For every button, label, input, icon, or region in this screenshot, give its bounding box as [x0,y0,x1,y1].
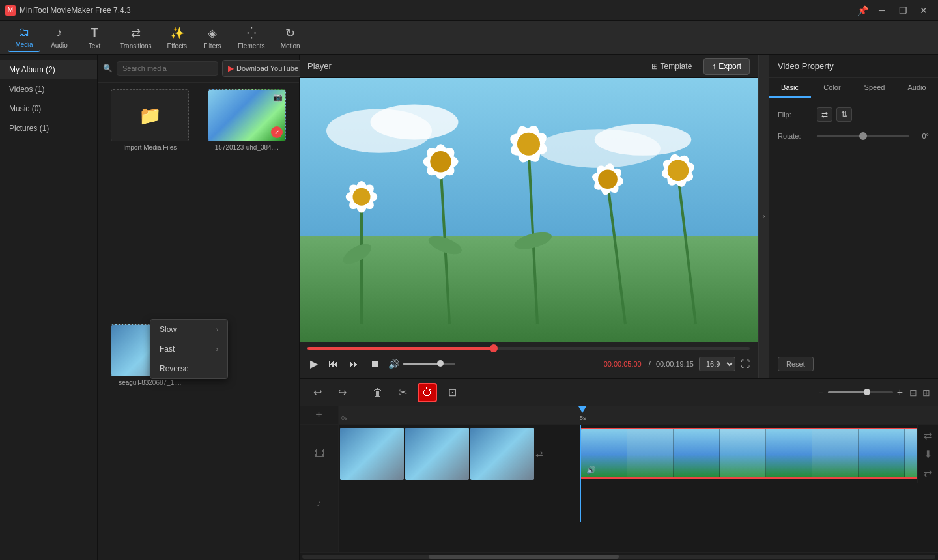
play-button[interactable]: ▶ [307,355,320,372]
cut-button[interactable]: ✂ [393,383,412,402]
search-input[interactable] [117,61,218,76]
elements-label: Elements [238,42,265,49]
rotate-value: 0° [913,132,929,140]
controls-row: ▶ ⏮ ⏭ ⏹ 🔊 00:00:05:00 [307,355,750,372]
track-arrow-btn[interactable]: ⇄ [535,449,543,459]
player-panel: Player ⊞ Template ↑ Export [300,55,758,378]
flip-row: Flip: ⇄ ⇅ [778,107,929,122]
timeline-zoom: − + ⊟ ⊞ [818,387,930,399]
properties-panel: Video Property Basic Color Speed Audio F… [769,55,938,378]
player-header: Player ⊞ Template ↑ Export [300,55,758,78]
timeline-content: + 🎞 ♪ 0s 5s [300,406,938,552]
sidebar-item-videos[interactable]: Videos (1) [0,79,97,99]
toolbar-separator [360,386,360,399]
seagull-label: seagull-8320687_1.... [111,379,189,386]
current-time: 00:00:05:00 [604,360,642,368]
tab-audio[interactable]: Audio [896,78,938,98]
player-controls: ▶ ⏮ ⏭ ⏹ 🔊 00:00:05:00 [300,342,758,378]
volume-thumb[interactable] [437,360,444,367]
effects-label: Effects [167,42,187,49]
music-note-icon: ♪ [317,497,321,508]
horizontal-scrollbar[interactable] [300,552,938,560]
template-icon: ⊞ [651,62,658,71]
reverse-label: Reverse [160,364,189,373]
flip-vertical-button[interactable]: ⇅ [836,107,852,122]
add-track-button[interactable]: + [300,406,338,425]
track-replace-button[interactable]: ⇄ [922,465,934,481]
sidebar-item-album[interactable]: My Album (2) [0,60,97,79]
flip-horizontal-button[interactable]: ⇄ [817,107,832,122]
next-frame-button[interactable]: ⏭ [347,356,362,372]
redo-button[interactable]: ↪ [332,383,352,402]
properties-content: Flip: ⇄ ⇅ Rotate: 0° [769,98,938,350]
track-add-right-button[interactable]: ⇄ [922,427,934,443]
flip-label: Flip: [778,111,817,119]
media-panel: 🔍 ▶ Download YouTube Videos 📁 Import Med… [98,55,300,560]
thumb-1 [340,428,404,480]
track-add-button[interactable]: ⬇ [922,446,934,462]
toolbar-audio[interactable]: ♪ Audio [43,23,76,51]
volume-area: 🔊 [388,359,455,369]
toolbar-motion[interactable]: ↻ Motion [274,23,307,52]
template-button[interactable]: ⊞ Template [645,59,699,74]
toolbar-text[interactable]: T Text [78,23,111,52]
clip-frame [627,429,674,479]
minimize-button[interactable]: ─ [873,4,891,17]
restore-button[interactable]: ❐ [894,4,912,17]
folder-icon: 📁 [139,105,162,126]
reset-button[interactable]: Reset [778,357,814,371]
daisy-video-thumb[interactable]: 📷 ✓ [208,89,286,141]
toolbar-effects[interactable]: ✨ Effects [161,23,193,52]
svg-point-24 [430,151,451,172]
text-icon: T [91,25,98,40]
scroll-track[interactable] [302,555,935,559]
pin-button[interactable]: 📌 [855,4,870,17]
volume-slider[interactable] [403,363,455,365]
elements-icon: ⁛ [247,26,256,40]
toolbar-transitions[interactable]: ⇄ Transitions [113,23,158,52]
rotate-slider[interactable] [817,135,909,137]
reverse-menu-item[interactable]: Reverse [150,359,227,378]
import-media-button[interactable]: 📁 [111,89,189,141]
total-time: 00:00:19:15 [656,360,694,368]
close-button[interactable]: ✕ [915,4,933,17]
playhead-marker [578,406,586,413]
audio-empty-track [339,484,938,521]
scroll-thumb[interactable] [429,555,619,559]
fullscreen-button[interactable]: ⛶ [741,359,750,369]
tab-basic[interactable]: Basic [769,78,811,98]
sidebar-item-music[interactable]: Music (0) [0,99,97,119]
left-section: My Album (2) Videos (1) Music (0) Pictur… [0,55,300,560]
collapse-handle[interactable]: › [758,55,769,378]
daisy-video-frame [300,78,758,342]
toolbar-elements[interactable]: ⁛ Elements [231,23,272,52]
zoom-thumb[interactable] [864,389,870,395]
undo-button[interactable]: ↩ [307,383,327,402]
clip-frame [812,429,859,479]
progress-thumb[interactable] [490,344,498,352]
progress-bar[interactable] [307,347,750,350]
aspect-ratio-select[interactable]: 16:9 9:16 1:1 [699,357,735,371]
content-area: My Album (2) Videos (1) Music (0) Pictur… [0,55,938,560]
toolbar-media[interactable]: 🗂 Media [8,23,40,52]
toolbar-filters[interactable]: ◈ Filters [196,23,229,52]
tab-speed[interactable]: Speed [853,78,896,98]
audio-icon: ♪ [57,26,63,40]
slow-menu-item[interactable]: Slow › [150,320,227,339]
fast-menu-item[interactable]: Fast › [150,339,227,359]
export-button[interactable]: ↑ Export [704,58,750,75]
crop-button[interactable]: ⊡ [442,383,462,402]
stop-button[interactable]: ⏹ [367,356,383,372]
toolbar: 🗂 Media ♪ Audio T Text ⇄ Transitions ✨ E… [0,21,938,55]
rotate-label: Rotate: [778,132,817,140]
tab-color[interactable]: Color [811,78,853,98]
sidebar-item-pictures[interactable]: Pictures (1) [0,119,97,138]
prev-frame-button[interactable]: ⏮ [326,356,341,372]
sidebar: My Album (2) Videos (1) Music (0) Pictur… [0,55,98,560]
speed-button[interactable]: ⏱ [418,383,437,402]
main-video-clip[interactable]: 🔊 [580,428,938,479]
zoom-slider[interactable] [828,391,893,393]
properties-header: Video Property [769,55,938,78]
list-item: 📁 Import Media Files [104,89,196,319]
delete-button[interactable]: 🗑 [368,383,388,402]
